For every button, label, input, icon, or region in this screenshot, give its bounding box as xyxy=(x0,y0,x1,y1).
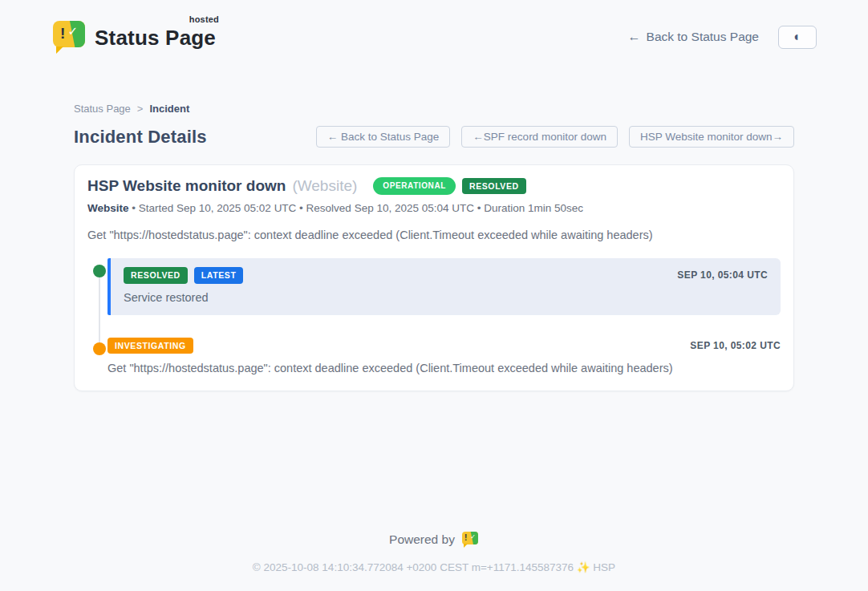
back-link-label: Back to Status Page xyxy=(647,30,759,44)
main-content: Status Page > Incident Incident Details … xyxy=(74,61,794,391)
page-footer: Powered by ! ✓ © 2025-10-08 14:10:34.772… xyxy=(0,531,868,591)
arrow-left-icon: ← xyxy=(628,30,641,44)
incident-nav-buttons: ← Back to Status Page ←SPF record monito… xyxy=(316,126,794,148)
incident-card-header: HSP Website monitor down (Website) OPERA… xyxy=(87,177,781,195)
checkmark-glyph: ✓ xyxy=(67,24,78,38)
incident-meta: Website • Started Sep 10, 2025 05:02 UTC… xyxy=(87,202,781,214)
brand-wordmark: Status Pagehosted xyxy=(95,19,216,51)
incident-component: (Website) xyxy=(292,177,357,195)
timeline-dot-investigating xyxy=(93,342,106,355)
timeline-resolved-badge: RESOLVED xyxy=(124,267,188,284)
incident-title: HSP Website monitor down xyxy=(87,177,286,195)
breadcrumb-separator: > xyxy=(137,103,144,115)
checkmark-glyph: ✓ xyxy=(470,533,476,540)
app-header: ! ✓ Status Pagehosted ← Back to Status P… xyxy=(51,0,817,61)
resolved-badge: RESOLVED xyxy=(462,178,526,195)
incident-timeline: RESOLVED LATEST SEP 10, 05:04 UTC Servic… xyxy=(87,258,781,374)
breadcrumb-incident: Incident xyxy=(149,103,189,115)
timeline-timestamp: SEP 10, 05:04 UTC xyxy=(677,269,768,281)
incident-meta-details: • Started Sep 10, 2025 05:02 UTC • Resol… xyxy=(129,202,584,214)
exclamation-glyph: ! xyxy=(60,25,65,43)
brand-superscript: hosted xyxy=(189,14,219,24)
header-actions: ← Back to Status Page ◐ xyxy=(628,26,817,49)
title-row: Incident Details ← Back to Status Page ←… xyxy=(74,126,794,148)
next-incident-button[interactable]: HSP Website monitor down→ xyxy=(629,126,794,148)
statuspage-logo[interactable]: ! ✓ Status Pagehosted xyxy=(51,19,216,55)
powered-by: Powered by ! ✓ xyxy=(0,531,868,548)
timeline-investigating-badge: INVESTIGATING xyxy=(107,338,193,354)
breadcrumb-status-page[interactable]: Status Page xyxy=(74,103,131,115)
copyright-text: © 2025-10-08 14:10:34.772084 +0200 CEST … xyxy=(0,561,868,573)
timeline-message: Get "https://hostedstatus.page": context… xyxy=(107,362,781,374)
back-to-status-page-button[interactable]: ← Back to Status Page xyxy=(316,126,451,148)
powered-by-label: Powered by xyxy=(389,532,455,547)
incident-meta-component: Website xyxy=(87,202,129,214)
back-to-status-page-link[interactable]: ← Back to Status Page xyxy=(628,30,759,44)
page-title: Incident Details xyxy=(74,127,207,148)
breadcrumb: Status Page > Incident xyxy=(74,103,794,115)
incident-card: HSP Website monitor down (Website) OPERA… xyxy=(74,164,794,391)
timeline-message: Service restored xyxy=(124,291,768,304)
prev-incident-button[interactable]: ←SPF record monitor down xyxy=(461,126,618,148)
timeline-dot-resolved xyxy=(93,265,106,277)
contrast-icon: ◐ xyxy=(793,30,801,43)
timeline-item-investigating: INVESTIGATING SEP 10, 05:02 UTC Get "htt… xyxy=(87,338,781,375)
timeline-timestamp: SEP 10, 05:02 UTC xyxy=(690,340,781,351)
exclamation-glyph: ! xyxy=(464,533,467,542)
operational-badge: OPERATIONAL xyxy=(373,177,456,195)
timeline-latest-badge: LATEST xyxy=(194,267,244,284)
statuspage-logo-icon-small[interactable]: ! ✓ xyxy=(462,531,479,548)
timeline-card-latest: RESOLVED LATEST SEP 10, 05:04 UTC Servic… xyxy=(107,258,781,315)
timeline-item-resolved: RESOLVED LATEST SEP 10, 05:04 UTC Servic… xyxy=(87,258,781,315)
theme-toggle-button[interactable]: ◐ xyxy=(778,26,817,49)
statuspage-logo-icon: ! ✓ xyxy=(51,19,87,55)
incident-description: Get "https://hostedstatus.page": context… xyxy=(87,229,781,241)
